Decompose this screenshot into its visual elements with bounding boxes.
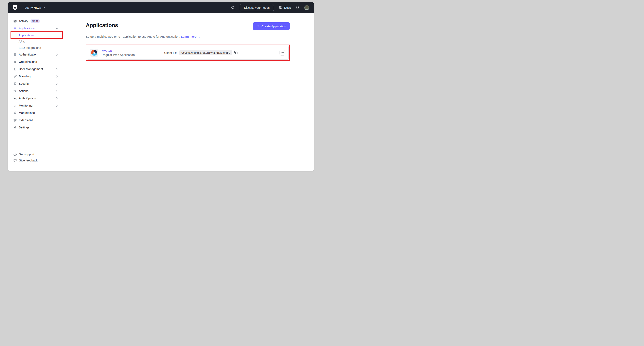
sidebar-item-settings[interactable]: Settings [8,124,62,131]
monitoring-icon [13,104,17,107]
security-icon [13,82,17,85]
create-application-button[interactable]: Create Application [253,22,290,30]
chevron-right-icon [56,53,58,56]
extensions-icon [13,118,17,122]
auth-pipeline-icon [13,97,17,100]
sidebar-item-user-management[interactable]: User Management [8,65,62,73]
tenant-name: dev-tyj7qyzz [25,6,41,9]
sidebar-item-label: Activity [19,20,28,23]
sidebar-item-applications[interactable]: Applications [8,25,62,32]
sidebar-item-label: Get support [19,153,34,156]
page-title: Applications [86,22,118,29]
main-content: Applications Create Application Setup a … [62,13,314,171]
marketplace-icon [13,111,17,115]
sidebar-item-auth-pipeline[interactable]: Auth Pipeline [8,95,62,102]
sidebar-item-extensions[interactable]: Extensions [8,116,62,124]
chevron-right-icon [56,104,58,107]
chevron-down-icon [43,6,46,10]
book-icon [279,6,282,10]
sidebar-item-give-feedback[interactable]: Give feedback [8,157,62,163]
chevron-right-icon [56,82,58,85]
plus-icon [257,24,260,28]
avatar[interactable] [304,5,310,10]
application-card[interactable]: My App Regular Web Application Client ID… [87,46,289,60]
client-id-label: Client ID: [164,51,177,55]
sidebar-item-label: User Management [19,67,43,71]
sidebar-item-authentication[interactable]: Authentication [8,51,62,58]
feedback-icon [13,159,17,162]
sidebar-item-label: Organizations [19,60,37,63]
sidebar-item-label: Security [19,82,29,85]
sidebar-item-marketplace[interactable]: Marketplace [8,109,62,116]
sidebar-item-label: Auth Pipeline [19,97,36,100]
learn-more-link[interactable]: Learn more [181,35,196,38]
sidebar-subitem-apis[interactable]: APIs [8,38,62,45]
app-logo-pinwheel-icon [91,50,97,56]
navbar-divider [21,5,21,10]
copy-icon[interactable] [234,51,238,55]
discuss-your-needs-button[interactable]: Discuss your needs [240,4,274,11]
chevron-right-icon [56,68,58,71]
sidebar-item-branding[interactable]: Branding [8,73,62,80]
page-subtitle: Setup a mobile, web or IoT application t… [86,35,290,38]
sidebar-item-organizations[interactable]: Organizations [8,58,62,65]
organizations-icon [13,60,17,64]
sidebar-item-security[interactable]: Security [8,80,62,87]
sidebar-subitem-label: Applications [18,34,34,37]
authentication-icon [13,53,17,56]
app-window: dev-tyj7qyzz Discuss your needs Docs Act… [8,2,314,171]
arrow-right-icon: → [198,35,200,38]
sidebar: ActivityFIRSTApplicationsApplicationsAPI… [8,13,62,171]
top-navbar: dev-tyj7qyzz Discuss your needs Docs [8,2,314,13]
sidebar-item-label: Extensions [19,118,33,122]
sidebar-subitem-label: SSO Integrations [18,46,41,49]
chevron-right-icon [56,75,58,78]
app-name-link[interactable]: My App [102,49,135,53]
user-management-icon [13,67,17,71]
sidebar-item-label: Monitoring [19,104,32,107]
sidebar-item-actions[interactable]: Actions [8,87,62,95]
sidebar-item-activity[interactable]: ActivityFIRST [8,18,62,25]
sidebar-item-label: Give feedback [19,159,38,162]
chevron-right-icon [56,90,58,92]
annotation-box-sidebar [10,31,63,39]
sidebar-subitem-applications[interactable]: Applications [8,32,62,38]
activity-icon [13,20,17,23]
sidebar-item-label: Branding [19,75,30,78]
docs-label: Docs [284,6,291,9]
chevron-right-icon [56,97,58,100]
help-icon [13,152,17,156]
sidebar-item-monitoring[interactable]: Monitoring [8,102,62,109]
applications-icon [13,27,17,30]
sidebar-item-label: Marketplace [19,111,35,114]
sidebar-subitem-sso-integrations[interactable]: SSO Integrations [8,45,62,51]
branding-icon [13,75,17,78]
sidebar-subitem-label: APIs [18,40,25,43]
notifications-bell-icon[interactable] [296,6,299,10]
sidebar-item-label: Settings [19,126,29,129]
sidebar-item-label: Applications [19,27,34,30]
client-id-value: CtCqy3AvbQZSo7sE9RiynaPuiXOxvebG [180,50,232,55]
app-menu-button[interactable] [280,50,285,56]
auth0-logo-icon[interactable] [12,5,18,11]
sidebar-item-label: Authentication [19,53,38,56]
app-logo [90,49,98,57]
search-icon[interactable] [231,6,235,10]
first-badge: FIRST [30,20,40,23]
sidebar-item-label: Actions [19,89,28,93]
chevron-down-icon [56,27,58,30]
tenant-switcher[interactable]: dev-tyj7qyzz [25,6,46,10]
settings-icon [13,126,17,129]
actions-icon [13,89,17,93]
app-type-label: Regular Web Application [102,53,135,57]
sidebar-item-get-support[interactable]: Get support [8,151,62,157]
docs-link[interactable]: Docs [279,6,291,10]
